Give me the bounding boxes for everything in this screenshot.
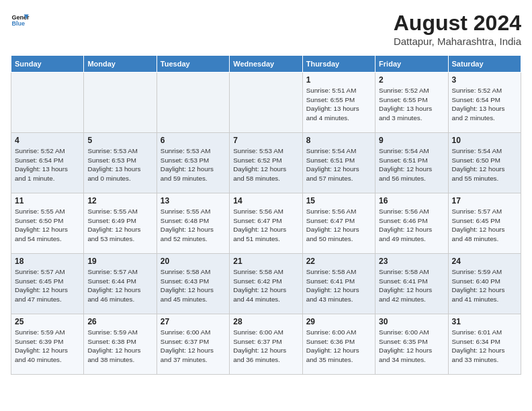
day-number: 19 <box>87 257 152 266</box>
day-number: 4 <box>15 136 80 145</box>
day-number: 9 <box>379 136 444 145</box>
day-number: 17 <box>452 196 517 205</box>
title-block: August 2024 Dattapur, Maharashtra, India <box>394 11 521 47</box>
weekday-row: SundayMondayTuesdayWednesdayThursdayFrid… <box>11 56 521 73</box>
day-number: 26 <box>87 317 152 326</box>
day-number: 14 <box>233 196 298 205</box>
day-cell: 30Sunrise: 6:00 AM Sunset: 6:35 PM Dayli… <box>375 314 448 375</box>
day-cell: 4Sunrise: 5:52 AM Sunset: 6:54 PM Daylig… <box>11 133 84 193</box>
day-info: Sunrise: 5:54 AM Sunset: 6:51 PM Dayligh… <box>306 146 371 183</box>
day-info: Sunrise: 5:59 AM Sunset: 6:38 PM Dayligh… <box>87 328 152 365</box>
calendar-title: August 2024 <box>394 11 521 36</box>
day-info: Sunrise: 5:57 AM Sunset: 6:45 PM Dayligh… <box>452 207 517 244</box>
day-info: Sunrise: 5:53 AM Sunset: 6:53 PM Dayligh… <box>87 146 152 183</box>
day-number: 27 <box>161 317 226 326</box>
day-number: 20 <box>161 257 226 266</box>
day-info: Sunrise: 5:53 AM Sunset: 6:53 PM Dayligh… <box>161 146 226 183</box>
day-info: Sunrise: 5:55 AM Sunset: 6:48 PM Dayligh… <box>161 207 226 244</box>
day-cell: 1Sunrise: 5:51 AM Sunset: 6:55 PM Daylig… <box>302 73 375 133</box>
day-cell: 5Sunrise: 5:53 AM Sunset: 6:53 PM Daylig… <box>84 133 157 193</box>
day-info: Sunrise: 5:57 AM Sunset: 6:44 PM Dayligh… <box>87 267 152 304</box>
day-number: 22 <box>306 257 371 266</box>
day-cell: 6Sunrise: 5:53 AM Sunset: 6:53 PM Daylig… <box>157 133 229 193</box>
day-cell: 13Sunrise: 5:55 AM Sunset: 6:48 PM Dayli… <box>157 193 229 254</box>
day-cell: 31Sunrise: 6:01 AM Sunset: 6:34 PM Dayli… <box>448 314 521 375</box>
day-number: 10 <box>452 136 517 145</box>
day-number: 12 <box>87 196 152 205</box>
day-cell: 3Sunrise: 5:52 AM Sunset: 6:54 PM Daylig… <box>448 73 521 133</box>
day-number: 18 <box>15 257 80 266</box>
day-number: 3 <box>452 75 517 85</box>
day-info: Sunrise: 5:52 AM Sunset: 6:55 PM Dayligh… <box>379 86 444 123</box>
page-header: General Blue August 2024 Dattapur, Mahar… <box>11 11 521 47</box>
day-cell: 10Sunrise: 5:54 AM Sunset: 6:50 PM Dayli… <box>448 133 521 193</box>
day-cell: 25Sunrise: 5:59 AM Sunset: 6:39 PM Dayli… <box>11 314 84 375</box>
day-cell: 17Sunrise: 5:57 AM Sunset: 6:45 PM Dayli… <box>448 193 521 254</box>
day-cell <box>157 73 229 133</box>
day-info: Sunrise: 6:00 AM Sunset: 6:35 PM Dayligh… <box>379 328 444 365</box>
day-cell: 29Sunrise: 6:00 AM Sunset: 6:36 PM Dayli… <box>302 314 375 375</box>
week-row-2: 4Sunrise: 5:52 AM Sunset: 6:54 PM Daylig… <box>11 133 521 193</box>
week-row-3: 11Sunrise: 5:55 AM Sunset: 6:50 PM Dayli… <box>11 193 521 254</box>
day-info: Sunrise: 5:58 AM Sunset: 6:43 PM Dayligh… <box>161 267 226 304</box>
day-info: Sunrise: 5:58 AM Sunset: 6:41 PM Dayligh… <box>379 267 444 304</box>
day-number: 21 <box>233 257 298 266</box>
day-number: 23 <box>379 257 444 266</box>
day-number: 16 <box>379 196 444 205</box>
day-info: Sunrise: 5:54 AM Sunset: 6:51 PM Dayligh… <box>379 146 444 183</box>
day-cell: 9Sunrise: 5:54 AM Sunset: 6:51 PM Daylig… <box>375 133 448 193</box>
day-info: Sunrise: 6:00 AM Sunset: 6:36 PM Dayligh… <box>306 328 371 365</box>
logo: General Blue <box>11 11 30 30</box>
day-info: Sunrise: 5:52 AM Sunset: 6:54 PM Dayligh… <box>15 146 80 183</box>
day-number: 24 <box>452 257 517 266</box>
day-cell: 12Sunrise: 5:55 AM Sunset: 6:49 PM Dayli… <box>84 193 157 254</box>
day-info: Sunrise: 6:01 AM Sunset: 6:34 PM Dayligh… <box>452 328 517 365</box>
logo-icon: General Blue <box>11 11 30 30</box>
calendar-table: SundayMondayTuesdayWednesdayThursdayFrid… <box>11 55 521 375</box>
day-number: 25 <box>15 317 80 326</box>
weekday-header-wednesday: Wednesday <box>230 56 302 73</box>
day-info: Sunrise: 5:52 AM Sunset: 6:54 PM Dayligh… <box>452 86 517 123</box>
day-number: 11 <box>15 196 80 205</box>
day-number: 1 <box>306 75 371 85</box>
day-info: Sunrise: 5:59 AM Sunset: 6:40 PM Dayligh… <box>452 267 517 304</box>
day-info: Sunrise: 5:54 AM Sunset: 6:50 PM Dayligh… <box>452 146 517 183</box>
day-cell: 27Sunrise: 6:00 AM Sunset: 6:37 PM Dayli… <box>157 314 229 375</box>
day-info: Sunrise: 5:58 AM Sunset: 6:41 PM Dayligh… <box>306 267 371 304</box>
weekday-header-monday: Monday <box>84 56 157 73</box>
day-cell: 23Sunrise: 5:58 AM Sunset: 6:41 PM Dayli… <box>375 254 448 314</box>
day-info: Sunrise: 5:55 AM Sunset: 6:49 PM Dayligh… <box>87 207 152 244</box>
day-cell: 14Sunrise: 5:56 AM Sunset: 6:47 PM Dayli… <box>230 193 302 254</box>
weekday-header-thursday: Thursday <box>302 56 375 73</box>
day-cell: 8Sunrise: 5:54 AM Sunset: 6:51 PM Daylig… <box>302 133 375 193</box>
svg-text:Blue: Blue <box>11 20 25 27</box>
day-info: Sunrise: 5:56 AM Sunset: 6:47 PM Dayligh… <box>306 207 371 244</box>
day-cell: 28Sunrise: 6:00 AM Sunset: 6:37 PM Dayli… <box>230 314 302 375</box>
day-number: 5 <box>87 136 152 145</box>
day-cell: 22Sunrise: 5:58 AM Sunset: 6:41 PM Dayli… <box>302 254 375 314</box>
weekday-header-saturday: Saturday <box>448 56 521 73</box>
calendar-header: SundayMondayTuesdayWednesdayThursdayFrid… <box>11 56 521 73</box>
weekday-header-friday: Friday <box>375 56 448 73</box>
day-number: 28 <box>233 317 298 326</box>
day-info: Sunrise: 5:53 AM Sunset: 6:52 PM Dayligh… <box>233 146 298 183</box>
day-cell: 26Sunrise: 5:59 AM Sunset: 6:38 PM Dayli… <box>84 314 157 375</box>
day-number: 7 <box>233 136 298 145</box>
day-cell: 24Sunrise: 5:59 AM Sunset: 6:40 PM Dayli… <box>448 254 521 314</box>
day-info: Sunrise: 5:51 AM Sunset: 6:55 PM Dayligh… <box>306 86 371 123</box>
calendar-body: 1Sunrise: 5:51 AM Sunset: 6:55 PM Daylig… <box>11 73 521 375</box>
day-info: Sunrise: 6:00 AM Sunset: 6:37 PM Dayligh… <box>161 328 226 365</box>
week-row-1: 1Sunrise: 5:51 AM Sunset: 6:55 PM Daylig… <box>11 73 521 133</box>
calendar-subtitle: Dattapur, Maharashtra, India <box>394 36 521 47</box>
day-cell: 21Sunrise: 5:58 AM Sunset: 6:42 PM Dayli… <box>230 254 302 314</box>
day-info: Sunrise: 5:59 AM Sunset: 6:39 PM Dayligh… <box>15 328 80 365</box>
day-info: Sunrise: 5:56 AM Sunset: 6:46 PM Dayligh… <box>379 207 444 244</box>
day-cell: 18Sunrise: 5:57 AM Sunset: 6:45 PM Dayli… <box>11 254 84 314</box>
day-cell: 11Sunrise: 5:55 AM Sunset: 6:50 PM Dayli… <box>11 193 84 254</box>
day-cell: 2Sunrise: 5:52 AM Sunset: 6:55 PM Daylig… <box>375 73 448 133</box>
day-number: 30 <box>379 317 444 326</box>
day-info: Sunrise: 5:58 AM Sunset: 6:42 PM Dayligh… <box>233 267 298 304</box>
day-number: 13 <box>161 196 226 205</box>
weekday-header-tuesday: Tuesday <box>157 56 229 73</box>
day-number: 6 <box>161 136 226 145</box>
